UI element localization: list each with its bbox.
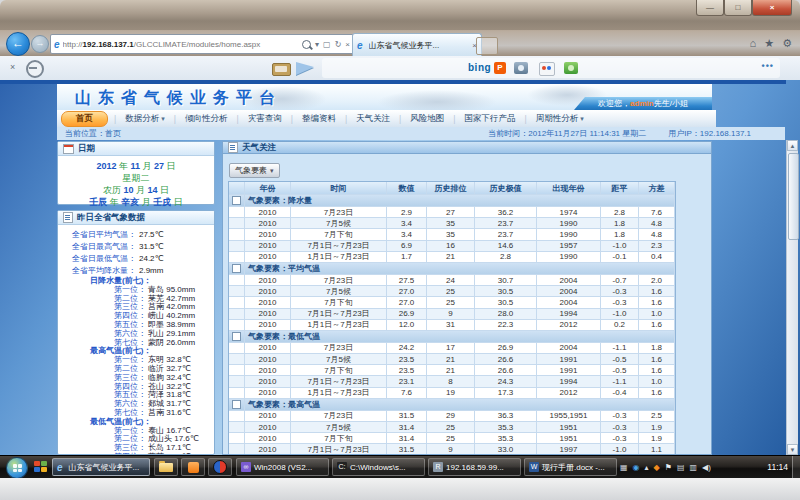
- tray-volume-icon[interactable]: ◀): [702, 463, 711, 472]
- tray-show-hidden-icon[interactable]: ▴: [645, 463, 649, 472]
- table-cell: -1.1: [601, 343, 639, 354]
- table-row[interactable]: 20107月5候27.02530.52004-0.31.6: [229, 286, 675, 297]
- table-cell: 4.8: [639, 218, 675, 229]
- table-row[interactable]: 20107月下旬23.52126.61991-0.51.6: [229, 365, 675, 376]
- table-row[interactable]: 20107月1日～7月23日26.9928.01994-1.01.0: [229, 309, 675, 320]
- tray-grid-icon[interactable]: ▦: [620, 463, 628, 472]
- group-checkbox[interactable]: [232, 332, 241, 341]
- nav-item-9[interactable]: 周期性分析▾: [527, 113, 593, 125]
- tray-blue-orb-icon[interactable]: ◉: [633, 463, 640, 472]
- calendar-panel-header: 日期: [58, 142, 214, 156]
- taskbar-clock[interactable]: 11:14: [767, 456, 788, 479]
- scroll-up-icon[interactable]: ▲: [787, 140, 798, 151]
- toolbar-colors-icon[interactable]: [539, 62, 555, 76]
- paper-plane-icon[interactable]: [296, 62, 314, 75]
- table-cell: 2010: [245, 433, 291, 444]
- table-row[interactable]: 20107月23日2.92736.219742.87.6: [229, 207, 675, 218]
- toolbar-overflow-icon[interactable]: •••: [762, 61, 774, 71]
- orange-app-icon[interactable]: P: [494, 62, 506, 74]
- show-desktop-button[interactable]: [792, 456, 800, 479]
- table-row[interactable]: 20101月1日～7月23日1.7212.81990-0.10.4: [229, 252, 675, 263]
- group-checkbox[interactable]: [232, 400, 241, 409]
- table-row[interactable]: 20107月5候23.52126.61991-0.51.6: [229, 354, 675, 365]
- group-checkbox[interactable]: [232, 264, 241, 273]
- compatibility-view-icon[interactable]: ▢: [323, 40, 331, 49]
- table-cell: 36.3: [475, 411, 537, 422]
- maximize-button[interactable]: □: [724, 0, 752, 16]
- tools-gear-icon[interactable]: ⚙: [782, 37, 792, 50]
- bing-logo[interactable]: bing: [468, 62, 491, 73]
- taskbar-window-button[interactable]: C:C:\Windows\s...: [332, 458, 425, 476]
- nav-item-8[interactable]: 国家下行产品: [456, 113, 525, 125]
- close-button[interactable]: ×: [752, 0, 792, 16]
- table-row[interactable]: 20101月1日～7月23日12.03122.320120.21.6: [229, 320, 675, 331]
- table-row[interactable]: 20107月5候3.43523.719901.84.8: [229, 218, 675, 229]
- table-row[interactable]: 20107月下旬3.43523.719901.84.8: [229, 229, 675, 240]
- favorites-star-icon[interactable]: ★: [764, 37, 774, 50]
- toolbar-green-icon[interactable]: [564, 62, 578, 74]
- table-group-row[interactable]: 气象要素：降水量: [229, 195, 675, 207]
- table-cell: -0.3: [601, 411, 639, 422]
- tray-flag-icon[interactable]: ⚑: [665, 463, 672, 472]
- address-bar[interactable]: e http://192.168.137.1/GLCCLIMATE/module…: [50, 34, 354, 54]
- taskbar-explorer-button[interactable]: [154, 458, 178, 476]
- browser-tab[interactable]: e 山东省气候业务平... ×: [352, 33, 482, 57]
- nav-item-7[interactable]: 风险地图: [401, 113, 453, 125]
- nav-item-2[interactable]: 数据分析▾: [116, 113, 174, 125]
- taskbar-orange-app-button[interactable]: [181, 458, 205, 476]
- nav-item-6[interactable]: 天气关注: [347, 113, 399, 125]
- taskbar-ball-app-button[interactable]: [208, 458, 232, 476]
- tray-power-icon[interactable]: ▥: [689, 463, 697, 472]
- toolbar-close-icon[interactable]: ×: [10, 62, 15, 72]
- nav-item-3[interactable]: 倾向性分析: [176, 113, 237, 125]
- table-group-row[interactable]: 气象要素：最高气温: [229, 399, 675, 411]
- table-row[interactable]: 20107月1日～7月23日23.1824.31994-1.11.0: [229, 376, 675, 387]
- active-window-title: 山东省气候业务平...: [69, 462, 140, 473]
- search-icon[interactable]: [302, 40, 311, 49]
- nav-item-5[interactable]: 整编资料: [293, 113, 345, 125]
- scroll-down-icon[interactable]: ▼: [787, 444, 798, 455]
- nav-item-1[interactable]: 首页: [61, 111, 108, 127]
- group-label: 气象要素：最低气温: [245, 331, 675, 343]
- table-cell: 2010: [245, 365, 291, 376]
- table-row[interactable]: 20107月5候31.42535.31951-0.31.9: [229, 422, 675, 433]
- table-row[interactable]: 20107月23日27.52430.72004-0.72.0: [229, 275, 675, 286]
- taskbar-active-ie-button[interactable]: e 山东省气候业务平...: [52, 458, 150, 476]
- table-row[interactable]: 20107月下旬27.02530.52004-0.31.6: [229, 297, 675, 308]
- toolbar-camera-icon[interactable]: [514, 62, 528, 74]
- stop-icon[interactable]: ×: [345, 40, 350, 49]
- new-tab-button[interactable]: [476, 37, 498, 55]
- table-row[interactable]: 20107月23日31.52936.31955,1951-0.32.5: [229, 411, 675, 422]
- page-scrollbar[interactable]: ▲ ▼: [786, 140, 798, 455]
- table-row[interactable]: 20107月下旬31.42535.31951-0.31.9: [229, 433, 675, 444]
- table-row[interactable]: 20107月1日～7月23日6.91614.61957-1.02.3: [229, 241, 675, 252]
- table-group-row[interactable]: 气象要素：最低气温: [229, 331, 675, 343]
- element-filter-button[interactable]: 气象要素 ▾: [229, 163, 280, 178]
- tray-network-icon[interactable]: ▤: [677, 463, 685, 472]
- blocked-circle-icon[interactable]: [26, 60, 44, 78]
- nav-item-4[interactable]: 灾害查询: [239, 113, 291, 125]
- taskbar-window-button[interactable]: W现行手册.docx -...: [524, 458, 617, 476]
- search-dropdown-icon[interactable]: ▾: [315, 40, 319, 49]
- wallet-icon[interactable]: [272, 63, 291, 76]
- forward-button[interactable]: →: [31, 35, 49, 53]
- back-button[interactable]: ←: [6, 32, 30, 56]
- remote-icon: R: [433, 462, 443, 472]
- home-icon[interactable]: ⌂: [750, 37, 757, 50]
- taskbar-small-icon[interactable]: [34, 461, 47, 472]
- minimize-button[interactable]: —: [696, 0, 724, 16]
- table-group-row[interactable]: 气象要素：平均气温: [229, 263, 675, 275]
- table-row[interactable]: 20107月23日24.21726.92004-1.11.8: [229, 343, 675, 354]
- table-cell: 2010: [245, 207, 291, 218]
- taskbar-window-button[interactable]: ∞Win2008 (VS2...: [236, 458, 329, 476]
- table-row[interactable]: 20107月1日～7月23日31.5933.01997-1.01.1: [229, 444, 675, 455]
- table-row[interactable]: 20101月1日～7月23日7.61917.32012-0.41.6: [229, 388, 675, 399]
- scrollbar-thumb[interactable]: [788, 153, 799, 240]
- start-button[interactable]: [6, 457, 28, 479]
- group-checkbox[interactable]: [232, 196, 241, 205]
- yesterday-panel-title: 昨日全省气象数据: [77, 212, 145, 224]
- table-cell: 21: [427, 365, 475, 376]
- taskbar-window-button[interactable]: R192.168.59.99...: [428, 458, 521, 476]
- tray-flame-icon[interactable]: ◆: [654, 463, 660, 472]
- refresh-icon[interactable]: ↻: [335, 40, 342, 49]
